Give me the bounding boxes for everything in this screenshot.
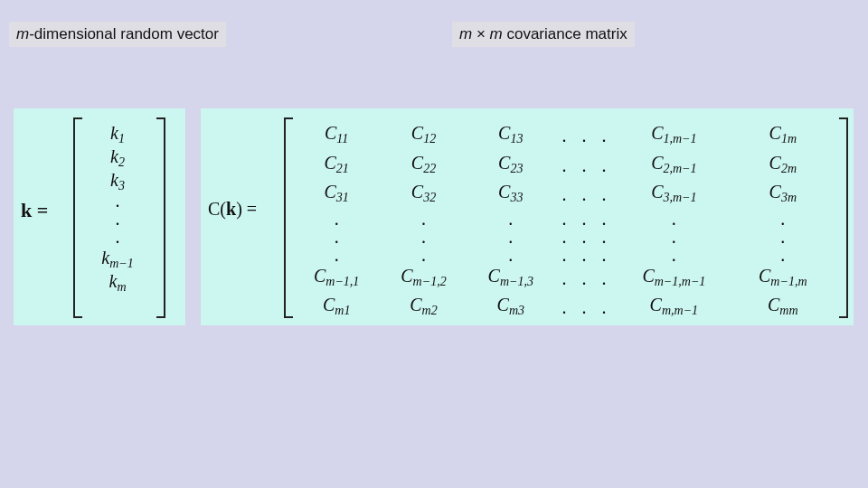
matrix-row: .... . ...	[293, 210, 837, 228]
covariance-lhs: C(k) =	[208, 199, 257, 220]
matrix-cell: .	[619, 210, 728, 228]
matrix-cell: C33	[467, 180, 554, 210]
matrix-cell: .	[467, 228, 554, 246]
matrix-cell: Cm−1,3	[467, 264, 554, 294]
bracket-right-icon	[839, 117, 848, 318]
bracket-right-icon	[156, 117, 165, 318]
matrix-cell: C1,m−1	[619, 121, 728, 151]
title-m: m	[16, 25, 29, 42]
bracket-left-icon	[73, 117, 82, 318]
title-right-rest: covariance matrix	[503, 25, 627, 42]
matrix-cell: C2,m−1	[619, 151, 728, 181]
matrix-cell: C23	[467, 151, 554, 181]
vector-lhs: k =	[21, 199, 48, 222]
matrix-row: C31C32C33. . .C3,m−1C3m	[293, 180, 837, 210]
matrix-cell: C2m	[729, 151, 837, 181]
matrix-cell: .	[729, 228, 837, 246]
vector-block: k = k1k2k3...km−1km	[14, 108, 185, 325]
matrix-cell: Cm,m−1	[619, 293, 728, 323]
matrix-cell: .	[380, 246, 467, 264]
matrix-cell: C3,m−1	[619, 180, 728, 210]
matrix-cell: C12	[380, 121, 467, 151]
matrix-cell: . . .	[554, 180, 619, 210]
matrix-cell: C13	[467, 121, 554, 151]
covariance-grid: C11C12C13. . .C1,m−1C1mC21C22C23. . .C2,…	[293, 121, 837, 323]
matrix-cell: C22	[380, 151, 467, 181]
matrix-row: .... . ...	[293, 246, 837, 264]
vector-entry: k3	[86, 168, 149, 192]
matrix-cell: Cm2	[380, 293, 467, 323]
matrix-cell: .	[729, 246, 837, 264]
matrix-cell: . . .	[554, 293, 619, 323]
matrix-cell: .	[380, 210, 467, 228]
matrix-cell: C31	[293, 180, 380, 210]
matrix-cell: . . .	[554, 228, 619, 246]
title-covariance-matrix: m × m covariance matrix	[452, 22, 635, 47]
vector-entries: k1k2k3...km−1km	[86, 121, 149, 293]
matrix-cell: C11	[293, 121, 380, 151]
matrix-cell: C21	[293, 151, 380, 181]
matrix-cell: . . .	[554, 121, 619, 151]
matrix-cell: . . .	[554, 151, 619, 181]
matrix-cell: .	[293, 228, 380, 246]
matrix-cell: Cm1	[293, 293, 380, 323]
vector-entry: .	[86, 210, 149, 228]
title-m1: m	[459, 25, 472, 42]
matrix-row: C11C12C13. . .C1,m−1C1m	[293, 121, 837, 151]
matrix-cell: Cm−1,1	[293, 264, 380, 294]
matrix-cell: . . .	[554, 264, 619, 294]
matrix-cell: Cm3	[467, 293, 554, 323]
matrix-cell: . . .	[554, 246, 619, 264]
matrix-cell: C3m	[729, 180, 837, 210]
vector-entry: .	[86, 228, 149, 246]
bracket-left-icon	[284, 117, 293, 318]
matrix-cell: C32	[380, 180, 467, 210]
matrix-row: Cm1Cm2Cm3. . .Cm,m−1Cmm	[293, 293, 837, 323]
vector-entry: km	[86, 269, 149, 293]
matrix-cell: .	[729, 210, 837, 228]
matrix-cell: Cm−1,m	[729, 264, 837, 294]
title-times: ×	[472, 25, 489, 42]
matrix-cell: Cm−1,m−1	[619, 264, 728, 294]
vector-entry: k2	[86, 145, 149, 168]
matrix-row: C21C22C23. . .C2,m−1C2m	[293, 151, 837, 181]
vector-entry: km−1	[86, 246, 149, 269]
matrix-cell: .	[467, 210, 554, 228]
matrix-cell: .	[293, 210, 380, 228]
matrix-row: Cm−1,1Cm−1,2Cm−1,3. . .Cm−1,m−1Cm−1,m	[293, 264, 837, 294]
vector-entry: k1	[86, 121, 149, 145]
matrix-cell: Cm−1,2	[380, 264, 467, 294]
matrix-cell: C1m	[729, 121, 837, 151]
title-random-vector: m-dimensional random vector	[9, 22, 226, 47]
matrix-cell: . . .	[554, 210, 619, 228]
covariance-block: C(k) = C11C12C13. . .C1,m−1C1mC21C22C23.…	[201, 108, 854, 325]
matrix-cell: Cmm	[729, 293, 837, 323]
matrix-cell: .	[380, 228, 467, 246]
matrix-cell: .	[293, 246, 380, 264]
matrix-cell: .	[619, 246, 728, 264]
vector-entry: .	[86, 192, 149, 210]
matrix-cell: .	[467, 246, 554, 264]
title-left-rest: -dimensional random vector	[29, 25, 219, 42]
matrix-row: .... . ...	[293, 228, 837, 246]
title-m2: m	[490, 25, 503, 42]
matrix-cell: .	[619, 228, 728, 246]
